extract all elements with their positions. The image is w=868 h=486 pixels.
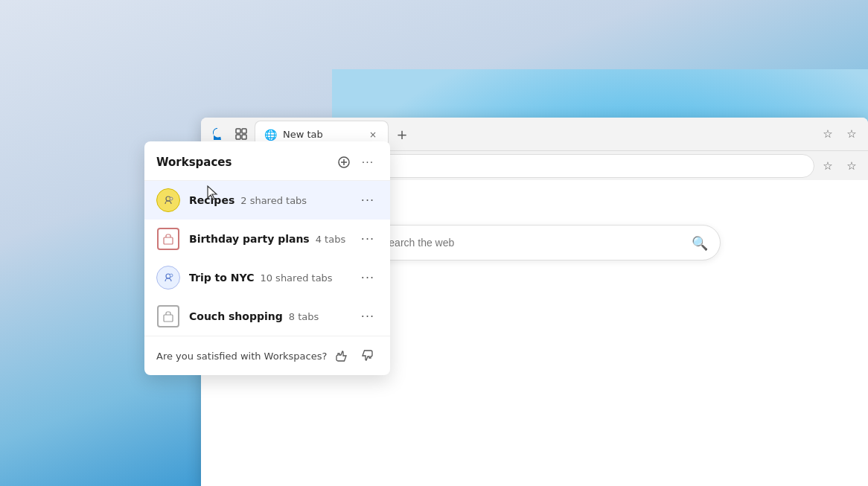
workspaces-footer: Are you satisfied with Workspaces? bbox=[144, 336, 390, 375]
nyc-info: Trip to NYC 10 shared tabs bbox=[189, 272, 348, 284]
nyc-more-button[interactable]: ··· bbox=[357, 267, 378, 288]
header-actions: ··· bbox=[334, 152, 378, 173]
birthday-info: Birthday party plans 4 tabs bbox=[189, 233, 348, 245]
workspaces-more-button[interactable]: ··· bbox=[357, 152, 378, 173]
svg-rect-4 bbox=[242, 135, 246, 139]
tab-favicon: 🌐 bbox=[264, 129, 277, 141]
recipes-info: Recipes 2 shared tabs bbox=[189, 194, 348, 206]
birthday-tabs: 4 tabs bbox=[316, 234, 346, 245]
nyc-icon bbox=[156, 266, 180, 290]
workspace-item-nyc[interactable]: Trip to NYC 10 shared tabs ··· bbox=[144, 258, 390, 297]
favorites-star-btn[interactable]: ☆ bbox=[817, 124, 838, 144]
workspace-item-birthday[interactable]: Birthday party plans 4 tabs ··· bbox=[144, 220, 390, 258]
svg-point-9 bbox=[170, 197, 173, 200]
svg-rect-13 bbox=[164, 315, 173, 322]
search-icon[interactable]: 🔍 bbox=[692, 235, 708, 251]
recipes-more-button[interactable]: ··· bbox=[357, 190, 378, 211]
thumbs-up-button[interactable] bbox=[331, 345, 351, 366]
svg-rect-1 bbox=[236, 129, 240, 133]
feedback-actions bbox=[331, 345, 378, 366]
workspaces-header: Workspaces ··· bbox=[144, 141, 390, 181]
add-workspace-button[interactable] bbox=[334, 152, 354, 173]
favorites-toolbar-btn[interactable]: ☆ bbox=[817, 156, 838, 176]
workspaces-title: Workspaces bbox=[156, 156, 334, 169]
workspace-item-recipes[interactable]: Recipes 2 shared tabs ··· bbox=[144, 181, 390, 220]
couch-name: Couch shopping bbox=[189, 310, 283, 322]
svg-rect-3 bbox=[236, 135, 240, 139]
thumbs-down-button[interactable] bbox=[357, 345, 378, 366]
birthday-more-button[interactable]: ··· bbox=[357, 228, 378, 249]
birthday-icon bbox=[156, 227, 180, 251]
tab-label: New tab bbox=[283, 129, 323, 140]
birthday-name: Birthday party plans bbox=[189, 233, 310, 245]
collections-toolbar-btn[interactable]: ☆ bbox=[841, 156, 862, 176]
svg-rect-2 bbox=[242, 129, 246, 133]
couch-info: Couch shopping 8 tabs bbox=[189, 310, 348, 322]
couch-tabs: 8 tabs bbox=[289, 311, 319, 322]
recipes-tabs: 2 shared tabs bbox=[240, 195, 307, 206]
search-input[interactable] bbox=[382, 237, 686, 249]
svg-rect-10 bbox=[164, 237, 173, 244]
workspaces-panel: Workspaces ··· bbox=[144, 141, 390, 375]
couch-icon bbox=[156, 304, 180, 328]
recipes-name: Recipes bbox=[189, 194, 234, 206]
bing-search-box[interactable]: 🎤 🔍 bbox=[348, 225, 721, 260]
collections-btn[interactable]: ☆ bbox=[841, 124, 862, 144]
recipes-icon bbox=[156, 188, 180, 212]
tab-close-button[interactable]: × bbox=[367, 129, 379, 141]
couch-more-button[interactable]: ··· bbox=[357, 306, 378, 327]
new-tab-button[interactable]: + bbox=[392, 124, 412, 144]
nyc-name: Trip to NYC bbox=[189, 272, 254, 284]
workspace-item-couch[interactable]: Couch shopping 8 tabs ··· bbox=[144, 297, 390, 336]
svg-point-12 bbox=[170, 274, 173, 277]
nyc-tabs: 10 shared tabs bbox=[260, 272, 332, 284]
feedback-question: Are you satisfied with Workspaces? bbox=[156, 351, 327, 362]
